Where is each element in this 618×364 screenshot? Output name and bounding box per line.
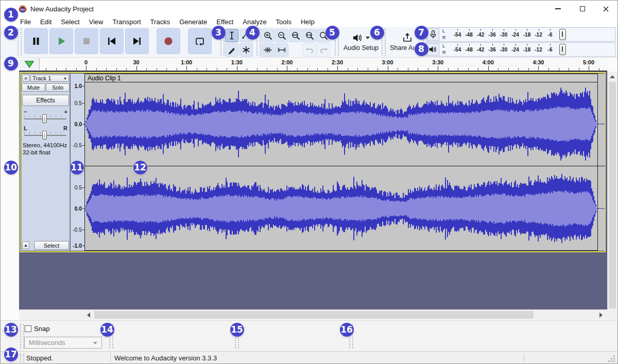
draw-tool-button[interactable] <box>225 43 238 57</box>
audacity-window: New Audacity Project FileEditSelectViewT… <box>0 0 618 364</box>
mute-button[interactable]: Mute <box>22 83 45 92</box>
skip-to-end-button[interactable] <box>125 28 149 54</box>
loop-button[interactable] <box>188 28 212 54</box>
redo-button[interactable] <box>317 43 330 57</box>
scroll-right-icon[interactable] <box>597 311 605 319</box>
playback-meter[interactable]: LR-54-48-42-36-30-24-18-12-6 <box>426 42 615 57</box>
gain-min-label: − <box>24 109 27 115</box>
clip-area[interactable]: Audio Clip 1 <box>84 74 605 251</box>
playback-level-slider[interactable] <box>559 44 566 55</box>
zoom-to-selection-button[interactable] <box>289 29 302 42</box>
timeline-minor-tick <box>368 68 368 71</box>
track-menu-caret-icon: ▼ <box>63 77 67 80</box>
silence-audio-button[interactable] <box>275 43 288 57</box>
track-collapse-button[interactable]: ▲ <box>22 241 29 249</box>
zoom-in-button[interactable] <box>261 29 274 42</box>
timeline-major-tick <box>186 66 187 71</box>
clip-title-bar[interactable]: Audio Clip 1 <box>85 74 597 82</box>
fit-project-button[interactable] <box>303 29 316 42</box>
meter-scale-value: -42 <box>477 47 484 53</box>
meter-scale-tick <box>469 29 470 31</box>
recording-level-slider[interactable] <box>559 29 566 40</box>
snap-mode-select[interactable]: Milliseconds <box>24 337 102 349</box>
track-1-inner: × Track 1 ▼ Mute Solo Effects − + L <box>21 73 605 251</box>
menu-item-edit[interactable]: Edit <box>36 18 56 26</box>
multi-tool-button[interactable] <box>239 43 253 57</box>
maximize-button[interactable] <box>570 1 594 17</box>
status-message: Welcome to Audacity version 3.3.3 <box>114 354 217 362</box>
menu-item-analyze[interactable]: Analyze <box>238 18 271 26</box>
menu-item-tracks[interactable]: Tracks <box>146 18 175 26</box>
scrollbar-corner <box>607 309 617 320</box>
minimize-button[interactable] <box>546 1 570 17</box>
scroll-up-icon[interactable] <box>609 74 616 80</box>
pan-slider-thumb[interactable] <box>42 131 47 140</box>
select-caret-icon <box>93 342 97 344</box>
microphone-icon[interactable] <box>427 28 439 41</box>
record-button[interactable] <box>157 28 180 54</box>
timeline-scale[interactable]: 0301:001:302:002:303:003:304:004:305:00 <box>19 58 607 71</box>
pan-left-label: L <box>24 125 27 131</box>
scroll-left-icon[interactable] <box>84 311 93 319</box>
timeline-minor-tick <box>548 68 549 71</box>
speaker-icon[interactable] <box>427 43 439 56</box>
meter-scale-tick <box>539 44 539 46</box>
menu-item-help[interactable]: Help <box>296 18 319 26</box>
stop-button[interactable] <box>75 28 98 54</box>
selection-tool-button[interactable] <box>225 29 238 42</box>
horizontal-scrollbar[interactable] <box>19 309 607 320</box>
meter-scale-value: -54 <box>454 47 461 53</box>
zoom-out-button[interactable] <box>275 29 288 42</box>
vertical-scroll-thumb[interactable] <box>609 82 616 308</box>
menu-item-view[interactable]: View <box>84 18 108 26</box>
pause-button[interactable] <box>24 28 48 54</box>
annotation-badge-5: 5 <box>325 26 339 40</box>
track-select-button[interactable]: Select <box>34 241 69 250</box>
play-button[interactable] <box>49 28 73 54</box>
snap-checkbox[interactable] <box>25 325 31 332</box>
menu-item-select[interactable]: Select <box>56 18 84 26</box>
gain-slider[interactable]: − + <box>23 109 68 124</box>
snap-toolbar-grip[interactable] <box>20 324 24 349</box>
timeline-minor-tick <box>197 68 197 71</box>
solo-button[interactable]: Solo <box>46 83 70 92</box>
gain-slider-thumb[interactable] <box>42 114 47 123</box>
menu-item-effect[interactable]: Effect <box>212 18 238 26</box>
effects-button[interactable]: Effects <box>22 95 69 106</box>
menu-item-tools[interactable]: Tools <box>271 18 296 26</box>
timeline-ruler[interactable]: 0301:001:302:002:303:003:304:004:305:00 <box>19 58 607 72</box>
timeline-major-tick <box>86 66 87 71</box>
menu-item-file[interactable]: File <box>15 18 36 26</box>
track-name-menu[interactable]: Track 1 ▼ <box>30 75 69 82</box>
snap-mode-value: Milliseconds <box>29 339 65 346</box>
timeline-major-tick <box>237 66 237 71</box>
timeline-minor-tick <box>317 68 318 71</box>
trim-audio-button[interactable] <box>261 43 274 57</box>
annotation-badge-17: 17 <box>4 348 18 361</box>
timeline-minor-tick <box>126 68 127 71</box>
track-close-button[interactable]: × <box>22 75 29 82</box>
timeline-major-tick <box>388 66 388 71</box>
meter-scale-tick <box>492 44 493 46</box>
skip-to-start-button[interactable] <box>100 28 124 54</box>
recording-meter[interactable]: LR-54-48-42-36-30-24-18-12-6 <box>426 27 615 42</box>
meter-scale-tick <box>492 29 493 31</box>
skip-to-start-icon <box>106 36 117 47</box>
title-bar: New Audacity Project <box>1 1 617 17</box>
timeline-minor-tick <box>217 68 217 71</box>
timeline-minor-tick <box>357 68 358 71</box>
horizontal-scroll-thumb[interactable] <box>94 311 534 319</box>
undo-button[interactable] <box>303 43 316 57</box>
timeline-minor-tick <box>579 68 579 71</box>
skip-to-end-icon <box>131 36 143 47</box>
audio-clip[interactable]: Audio Clip 1 <box>84 74 598 251</box>
vertical-scrollbar[interactable] <box>607 72 617 320</box>
menu-item-transport[interactable]: Transport <box>108 18 145 26</box>
menu-item-generate[interactable]: Generate <box>175 18 212 26</box>
transport-state: Stopped. <box>26 354 53 362</box>
window-resize-grip[interactable] <box>613 360 615 362</box>
close-button[interactable] <box>594 1 618 17</box>
pan-slider[interactable]: L R <box>23 125 68 141</box>
transport-toolbar-grip[interactable] <box>18 28 22 56</box>
track-1[interactable]: × Track 1 ▼ Mute Solo Effects − + L <box>20 72 606 252</box>
